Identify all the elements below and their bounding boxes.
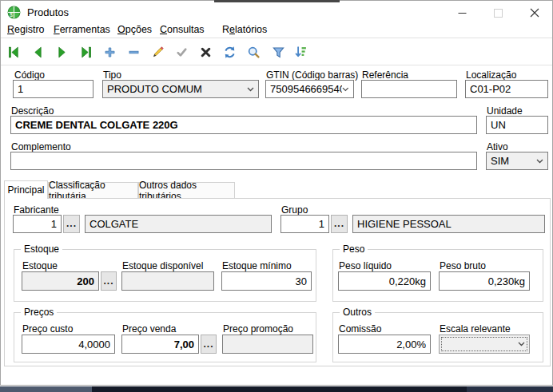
screen: $ Produtos Registro Ferramentas Opções [0,0,553,392]
estoque-lookup-button[interactable]: ... [101,271,117,291]
svg-text:$: $ [10,12,13,18]
produtos-window: $ Produtos Registro Ferramentas Opções [0,0,553,386]
preco-venda-input[interactable] [121,335,199,354]
grupo-name-display [352,215,545,233]
estoque-disponivel-display [121,271,214,291]
preco-promocao-display [222,335,313,354]
peso-liquido-input[interactable] [338,271,431,291]
gtin-label: GTIN (Código barras) [266,69,358,81]
preco-promocao-label: Preço promoção [223,323,293,335]
estoque-disponivel-label: Estoque disponível [122,260,203,271]
escala-relevante-label: Escala relevante [440,323,511,335]
minus-icon [127,46,141,59]
filter-button[interactable] [268,42,288,62]
localizacao-input[interactable] [465,80,548,98]
minimize-button[interactable] [444,1,480,25]
descricao-input[interactable] [10,116,477,134]
app-icon: $ [7,6,21,19]
previous-record-button[interactable] [27,42,48,62]
menu-separator [1,38,552,38]
chevron-down-icon [247,87,254,92]
preco-venda-lookup-button[interactable]: ... [201,335,217,354]
fabricante-lookup-button[interactable]: ... [63,215,80,233]
chevron-down-icon [518,342,525,346]
tab-principal[interactable]: Principal [4,180,48,199]
menu-opcoes[interactable]: Opções [117,24,152,35]
referencia-input[interactable] [361,80,457,98]
filter-icon [272,46,285,59]
last-record-icon [79,46,93,59]
referencia-label: Referência [362,69,408,81]
search-button[interactable] [243,42,264,62]
localizacao-label: Localização [466,69,516,81]
last-record-button[interactable] [75,42,96,62]
previous-record-icon [31,46,45,59]
sort-icon [294,46,308,59]
check-icon [175,46,189,59]
descricao-label: Descrição [11,105,54,117]
outros-group-title: Outros [340,307,375,318]
taskbar-segment-right [467,386,553,392]
refresh-button[interactable] [219,42,240,62]
estoque-display [22,271,99,291]
titlebar: $ Produtos [1,1,552,23]
menu-ferramentas[interactable]: Ferramentas [54,24,110,35]
taskbar-segment-left [0,386,92,392]
sort-button[interactable] [290,42,311,62]
fabricante-name-display [85,215,272,233]
next-record-button[interactable] [51,42,72,62]
codigo-label: Código [14,69,45,81]
preco-custo-input[interactable] [22,335,115,354]
preco-venda-label: Preço venda [122,323,176,335]
tab-outros-dados-tributarios[interactable]: Outros dados tributários [138,182,235,199]
fabricante-label: Fabricante [14,204,59,216]
toolbar-separator [1,65,552,65]
complemento-label: Complemento [11,141,71,152]
estoque-minimo-label: Estoque mínimo [222,260,292,271]
chevron-down-icon [536,159,543,164]
menu-registro[interactable]: Registro [7,24,45,35]
estoque-group-title: Estoque [21,244,62,255]
comissao-label: Comissão [339,323,381,335]
tipo-label: Tipo [103,69,121,81]
menubar: Registro Ferramentas Opções Consultas Re… [1,22,552,38]
first-record-icon [7,46,21,59]
background-window-edge [214,0,340,2]
grupo-lookup-button[interactable]: ... [331,215,348,233]
cancel-button[interactable] [195,42,216,62]
x-icon [199,46,213,59]
confirm-button[interactable] [171,42,192,62]
maximize-button [480,1,516,25]
tipo-select[interactable]: PRODUTO COMUM [102,80,259,98]
complemento-input[interactable] [10,152,477,170]
tab-classificacao-tributaria[interactable]: Classificação tributária [48,182,138,199]
menu-consultas[interactable]: Consultas [160,24,205,35]
close-icon [530,8,539,18]
next-record-icon [55,46,69,59]
magnifier-icon [247,46,261,59]
comissao-input[interactable] [338,335,431,354]
unidade-label: Unidade [487,105,523,117]
codigo-input[interactable] [13,80,93,98]
taskbar [0,386,553,392]
peso-bruto-label: Peso bruto [440,260,486,271]
window-controls [444,1,552,25]
ativo-select[interactable]: SIM [486,152,548,170]
grupo-label: Grupo [281,204,308,216]
add-record-button[interactable] [99,42,120,62]
peso-bruto-input[interactable] [439,271,530,291]
precos-group-title: Preços [21,307,57,318]
remove-record-button[interactable] [123,42,144,62]
unidade-input[interactable] [486,116,548,134]
estoque-minimo-input[interactable] [221,271,312,291]
escala-relevante-select[interactable] [439,335,530,354]
fabricante-code-input[interactable] [13,215,62,233]
grupo-code-input[interactable] [280,215,329,233]
ativo-label: Ativo [487,141,508,152]
peso-group-title: Peso [340,244,368,255]
menu-relatorios[interactable]: Relatórios [222,24,267,35]
first-record-button[interactable] [3,42,24,62]
close-button[interactable] [516,1,552,25]
edit-record-button[interactable] [147,42,168,62]
gtin-select[interactable]: 7509546669540 [265,80,354,98]
